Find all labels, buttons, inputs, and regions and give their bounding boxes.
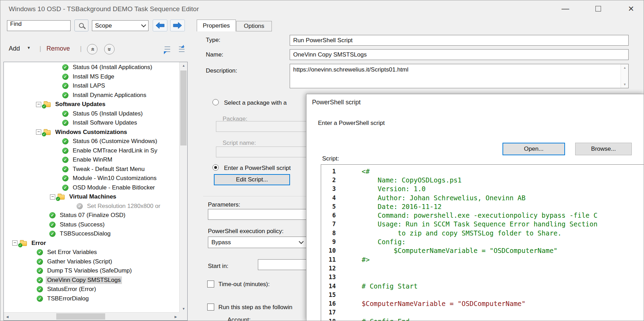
select-package-radio[interactable] xyxy=(212,99,219,105)
tree-item[interactable]: ✓StatusError (Error) xyxy=(4,285,179,294)
expand-groups-button[interactable] xyxy=(162,46,171,53)
green-check-icon: ✓ xyxy=(37,259,43,265)
tree-item[interactable]: ✓Status 06 (Customize Windows) xyxy=(4,137,179,146)
tree-item-label: Software Updates xyxy=(54,100,107,108)
tree-item[interactable]: ✓Status 04 (Install Applications) xyxy=(4,63,179,72)
tree-vertical-scrollbar[interactable]: ▲ ▼ xyxy=(179,62,187,312)
toolbar-separator: | xyxy=(80,45,82,52)
tree-toolbar: Add ▾ | Remove | » » xyxy=(6,44,188,56)
tree-item[interactable]: ✓TSBSuccessDialog xyxy=(4,229,179,239)
green-check-icon: ✓ xyxy=(62,74,68,80)
tree-item[interactable]: ✓Install Software Updates xyxy=(4,118,179,128)
maximize-button[interactable] xyxy=(587,0,609,17)
tree-item[interactable]: ✓Status (Success) xyxy=(4,220,179,230)
tree-item[interactable]: ✓OSD Module - Enable Bitlocker xyxy=(4,183,179,193)
parameters-field[interactable] xyxy=(208,209,306,220)
description-scrollbar[interactable]: ▲ ▼ xyxy=(621,64,628,88)
code-text: $ComputerNameVariable = "OSDComputerName… xyxy=(362,300,526,307)
scope-dropdown[interactable]: Scope xyxy=(92,20,149,31)
tree-rows: ✓Status 04 (Install Applications)✓Instal… xyxy=(4,63,179,312)
browse-button[interactable]: Browse... xyxy=(575,143,632,155)
tree-item[interactable]: ✓Tweak - Default Start Menu xyxy=(4,165,179,174)
description-field[interactable]: https://onevinn.schrewelius.it/Scripts01… xyxy=(290,64,629,88)
tree-horizontal-scrollbar[interactable]: ◀ ▶ xyxy=(4,312,179,320)
tree-item[interactable]: ✓Enable CMTrace HardLink in Sy xyxy=(4,146,179,156)
code-line: 2 Name: CopyOSDLogs.ps1 xyxy=(321,176,644,184)
tree-expander[interactable]: − xyxy=(36,102,41,107)
tree-item[interactable]: ✓TSBErrorDialog xyxy=(4,294,179,304)
title-bar: Windows 10 OSD - TSBackground DEMO Task … xyxy=(0,0,644,18)
tree-item[interactable]: ✓OneVinn Copy SMSTSLogs xyxy=(4,276,179,285)
edit-script-button[interactable]: Edit Script... xyxy=(214,174,290,185)
script-editor[interactable]: 1<#2 Name: CopyOSDLogs.ps13 Version: 1.0… xyxy=(321,164,644,321)
code-text: # Config End xyxy=(362,318,410,321)
tree-item[interactable]: ✓Install LAPS xyxy=(4,81,179,91)
scroll-up-icon[interactable]: ▲ xyxy=(621,64,629,71)
line-number: 4 xyxy=(321,194,336,201)
folder-icon: ✓ xyxy=(58,195,65,200)
tree-item-label: Set Resolution 1280x800 or xyxy=(86,202,162,210)
navigate-forward-button[interactable] xyxy=(170,20,185,31)
tree-item[interactable]: −✓Error xyxy=(4,239,179,248)
folder-icon: ✓ xyxy=(44,130,51,135)
tree-item[interactable]: ✓Status 07 (Finalize OSD) xyxy=(4,211,179,220)
remove-button[interactable]: Remove xyxy=(46,45,70,52)
tree-item[interactable]: ✓Dump TS Variables (SafeDump) xyxy=(4,266,179,276)
tree-item[interactable]: ✓Status 05 (Install Updates) xyxy=(4,109,179,119)
code-text: Date: 2016-11-12 xyxy=(362,203,442,210)
tab-properties[interactable]: Properties xyxy=(197,20,236,31)
window-title: Windows 10 OSD - TSBackground DEMO Task … xyxy=(9,5,199,13)
script-label: Script: xyxy=(322,155,339,162)
line-number: 10 xyxy=(321,247,336,254)
tree-item[interactable]: −✓Virtual Machines xyxy=(4,192,179,202)
tree-item[interactable]: ✓Install MS Edge xyxy=(4,72,179,82)
description-label: Description: xyxy=(206,67,237,74)
double-chevron-up-icon: » xyxy=(88,47,96,51)
scroll-right-icon[interactable]: ▶ xyxy=(172,313,179,321)
close-button[interactable]: × xyxy=(620,0,642,17)
tree-item[interactable]: ✓Install Dynamic Applications xyxy=(4,91,179,100)
enter-script-radio[interactable] xyxy=(212,164,219,171)
tab-options[interactable]: Options xyxy=(236,21,272,31)
open-button[interactable]: Open... xyxy=(502,143,565,155)
find-input[interactable]: Find xyxy=(7,20,71,31)
timeout-checkbox[interactable] xyxy=(207,281,214,288)
tree-item-label: Error xyxy=(30,239,48,247)
collapse-all-button[interactable]: » xyxy=(87,44,97,54)
add-dropdown-caret-icon[interactable]: ▾ xyxy=(28,45,30,50)
tree-item-label: OneVinn Copy SMSTSLogs xyxy=(46,276,122,284)
start-in-field[interactable] xyxy=(258,259,307,270)
tree-item[interactable]: −✓Software Updates xyxy=(4,100,179,109)
tree-item[interactable]: ✓Set Error Variables xyxy=(4,248,179,257)
execution-policy-dropdown[interactable]: Bypass xyxy=(208,237,306,248)
tree-item[interactable]: ✓Enable WinRM xyxy=(4,155,179,165)
scroll-down-icon[interactable]: ▼ xyxy=(621,81,629,88)
collapse-groups-button[interactable] xyxy=(177,46,185,53)
scroll-up-icon[interactable]: ▲ xyxy=(180,62,188,69)
tree-expander[interactable]: − xyxy=(12,240,17,246)
green-check-icon: ✓ xyxy=(62,138,68,144)
tree-item[interactable]: ✓Gather Variables (Script) xyxy=(4,257,179,267)
scroll-down-icon[interactable]: ▼ xyxy=(180,305,188,312)
tree-expander[interactable]: − xyxy=(50,194,55,200)
tree-item[interactable]: −✓Windows Customizations xyxy=(4,128,179,137)
tree-item[interactable]: ✓Module - Win10 Customizations xyxy=(4,174,179,183)
vertical-scroll-thumb[interactable] xyxy=(180,70,187,145)
name-field[interactable]: OneVinn Copy SMSTSLogs xyxy=(290,49,629,60)
type-field[interactable]: Run PowerShell Script xyxy=(290,35,629,46)
green-check-badge-icon: ✓ xyxy=(42,132,46,136)
expand-all-button[interactable]: » xyxy=(104,44,115,54)
run-as-checkbox[interactable] xyxy=(207,304,214,311)
line-number: 6 xyxy=(321,212,336,219)
scroll-left-icon[interactable]: ◀ xyxy=(4,313,11,321)
tree-expander[interactable]: − xyxy=(36,129,41,135)
tree-item[interactable]: ✓Set Resolution 1280x800 or xyxy=(4,202,179,211)
navigate-back-button[interactable] xyxy=(153,20,167,31)
horizontal-scroll-thumb[interactable] xyxy=(56,313,105,320)
search-button[interactable] xyxy=(74,20,88,31)
code-text: to zip and copy SMSTSLog folder to Share… xyxy=(362,229,562,237)
add-button[interactable]: Add xyxy=(9,45,20,52)
line-number: 16 xyxy=(321,300,336,307)
minimize-button[interactable]: — xyxy=(555,0,576,17)
execution-policy-label: PowerShell execution policy: xyxy=(208,228,283,235)
